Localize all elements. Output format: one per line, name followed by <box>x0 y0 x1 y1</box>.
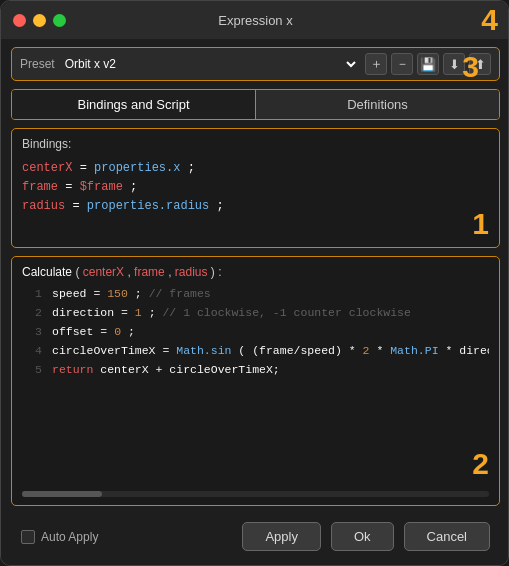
badge-2: 2 <box>472 447 489 481</box>
close-button[interactable] <box>13 14 26 27</box>
main-window: Expression x 4 Preset Orbit x v2 ＋ － 💾 ⬇… <box>1 1 509 566</box>
apply-button[interactable]: Apply <box>242 522 321 551</box>
code-line-5: 5 return centerX + circleOverTimeX; <box>22 361 489 380</box>
badge-4: 4 <box>481 5 498 35</box>
code-line-3: 3 offset = 0 ; <box>22 323 489 342</box>
bindings-title: Bindings: <box>22 137 489 151</box>
maximize-button[interactable] <box>53 14 66 27</box>
scrollbar-thumb[interactable] <box>22 491 102 497</box>
badge-3: 3 <box>462 50 479 84</box>
tabs-row: Bindings and Script Definitions <box>11 89 500 120</box>
preset-select[interactable]: Orbit x v2 <box>61 56 359 72</box>
ok-button[interactable]: Ok <box>331 522 394 551</box>
preset-row: Preset Orbit x v2 ＋ － 💾 ⬇ ⬆ 3 <box>11 47 500 81</box>
auto-apply-label: Auto Apply <box>41 530 98 544</box>
add-preset-button[interactable]: ＋ <box>365 53 387 75</box>
titlebar: Expression x 4 <box>1 1 509 39</box>
tab-bindings[interactable]: Bindings and Script <box>12 90 255 119</box>
code-line-2: 2 direction = 1 ; // 1 clockwise, -1 cou… <box>22 304 489 323</box>
binding-line-3: radius = properties.radius ; <box>22 197 489 216</box>
window-title: Expression x <box>218 13 292 28</box>
code-line-4: 4 circleOverTimeX = Math.sin ( (frame/sp… <box>22 342 489 361</box>
minimize-button[interactable] <box>33 14 46 27</box>
code-area: 1 speed = 150 ; // frames 2 direction = … <box>22 285 489 483</box>
content-area: Preset Orbit x v2 ＋ － 💾 ⬇ ⬆ 3 Bindings a… <box>1 39 509 566</box>
scrollbar-track[interactable] <box>22 491 489 497</box>
auto-apply-group: Auto Apply <box>21 530 98 544</box>
binding-line-1: centerX = properties.x ; <box>22 159 489 178</box>
code-line-1: 1 speed = 150 ; // frames <box>22 285 489 304</box>
calculate-panel: Calculate ( centerX , frame , radius ) :… <box>11 256 500 506</box>
preset-label: Preset <box>20 57 55 71</box>
cancel-button[interactable]: Cancel <box>404 522 490 551</box>
bottom-bar: Auto Apply Apply Ok Cancel <box>11 514 500 559</box>
remove-preset-button[interactable]: － <box>391 53 413 75</box>
calc-title: Calculate ( centerX , frame , radius ) : <box>22 265 489 279</box>
traffic-lights <box>13 14 66 27</box>
bindings-panel: Bindings: centerX = properties.x ; frame… <box>11 128 500 248</box>
badge-1: 1 <box>472 207 489 241</box>
tab-definitions[interactable]: Definitions <box>256 90 499 119</box>
binding-line-2: frame = $frame ; <box>22 178 489 197</box>
save-preset-button[interactable]: 💾 <box>417 53 439 75</box>
auto-apply-checkbox[interactable] <box>21 530 35 544</box>
